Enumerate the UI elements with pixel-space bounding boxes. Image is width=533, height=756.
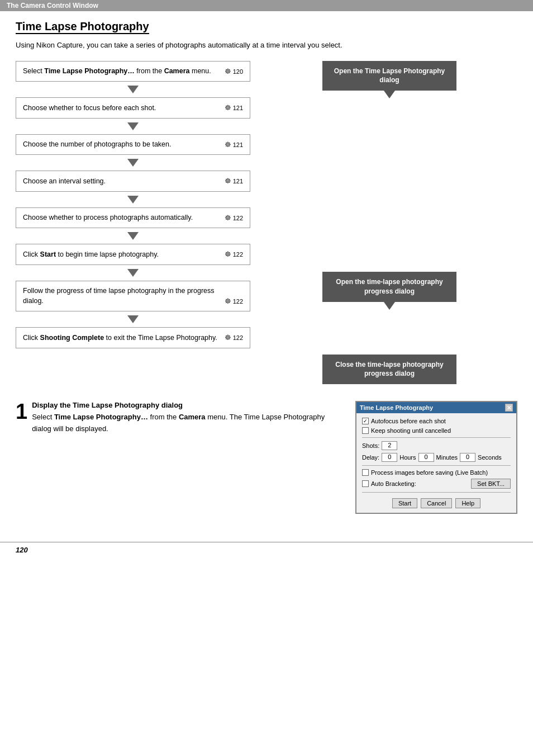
step8-ref: ☸ 122 (225, 332, 243, 343)
dialog-title: Time Lapse Photography (360, 404, 433, 411)
arrow-4 (16, 192, 250, 207)
step3-ref: ☸ 121 (225, 139, 243, 150)
auto-bracketing-label: Auto Bracketing: (371, 480, 416, 487)
step1-ref: ☸ 120 (225, 66, 243, 77)
dialog-titlebar: Time Lapse Photography ✕ (356, 402, 516, 413)
section-1-left: 1 Display the Time Lapse Photography dia… (16, 401, 339, 514)
start-button[interactable]: Start (392, 498, 417, 508)
step-text-4: Choose an interval setting. (23, 176, 220, 187)
separator-3 (362, 492, 511, 493)
down-arrow-1 (127, 86, 139, 93)
step2-ref: ☸ 121 (225, 102, 243, 114)
down-arrow-4 (127, 196, 139, 204)
down-arrow-7 (127, 315, 139, 323)
dialog-buttons: Start Cancel Help (362, 496, 511, 508)
shots-input[interactable]: 2 (382, 441, 397, 450)
delay-hours-input[interactable]: 0 (382, 453, 397, 462)
step8-bold: Shooting Complete (40, 334, 104, 342)
step-text-6: Click Start to begin time lapse photogra… (23, 249, 220, 260)
separator-1 (362, 437, 511, 438)
right-label-1: Open the Time Lapse Photography dialog (322, 61, 456, 91)
left-column: Select Time Lapse Photography… from the … (16, 61, 250, 385)
step4-ref: ☸ 121 (225, 176, 243, 187)
dialog-screenshot: Time Lapse Photography ✕ ✓ Autofocus bef… (355, 401, 517, 514)
keep-shooting-checkbox[interactable] (362, 427, 369, 434)
intro-text: Using Nikon Capture, you can take a seri… (16, 40, 517, 51)
dialog-close-button[interactable]: ✕ (505, 404, 513, 412)
step6-bold: Start (40, 251, 56, 258)
autofocus-checkbox[interactable]: ✓ (362, 418, 369, 424)
help-button[interactable]: Help (455, 498, 480, 508)
process-row: Process images before saving (Live Batch… (362, 469, 511, 476)
right-arrow-2 (384, 302, 395, 310)
step-box-7: Follow the progress of time lapse photog… (16, 281, 250, 312)
delay-seconds-input[interactable]: 0 (460, 453, 475, 462)
s1-bold1: Time Lapse Photography… (54, 413, 148, 421)
section-1-body: Display the Time Lapse Photography dialo… (32, 401, 339, 435)
dialog-body: ✓ Autofocus before each shot Keep shooti… (356, 413, 516, 513)
delay-row: Delay: 0 Hours 0 Minutes 0 Seconds (362, 453, 511, 462)
arrow-1 (16, 82, 250, 97)
step5-ref: ☸ 122 (225, 212, 243, 224)
step-box-6: Click Start to begin time lapse photogra… (16, 244, 250, 265)
step-text-8: Click Shooting Complete to exit the Time… (23, 333, 220, 343)
step-box-5: Choose whether to process photographs au… (16, 207, 250, 229)
step1-bold2: Camera (164, 67, 190, 75)
step-box-8: Click Shooting Complete to exit the Time… (16, 327, 250, 348)
step-box-3: Choose the number of photographs to be t… (16, 134, 250, 155)
diagram-area: Select Time Lapse Photography… from the … (16, 61, 517, 385)
step-text-5: Choose whether to process photographs au… (23, 212, 220, 223)
seconds-label: Seconds (478, 454, 502, 461)
auto-bracketing-row: Auto Bracketing: Set BKT... (362, 479, 511, 489)
down-arrow-2 (127, 122, 139, 130)
shots-row: Shots: 2 (362, 441, 511, 450)
step7-ref: ☸ 122 (225, 296, 243, 307)
step-box-4: Choose an interval setting. ☸ 121 (16, 171, 250, 192)
page-footer: 120 (0, 542, 533, 557)
down-arrow-5 (127, 232, 139, 240)
page-header: The Camera Control Window (0, 0, 533, 11)
step-box-1: Select Time Lapse Photography… from the … (16, 61, 250, 82)
right-label-2: Open the time-lapse photography progress… (322, 272, 456, 302)
keep-shooting-label: Keep shooting until cancelled (371, 427, 451, 434)
keep-shooting-row: Keep shooting until cancelled (362, 427, 511, 434)
section-1-title: Display the Time Lapse Photography dialo… (32, 401, 339, 409)
s1-bold2: Camera (179, 413, 206, 421)
step-text-1: Select Time Lapse Photography… from the … (23, 66, 220, 77)
autofocus-row: ✓ Autofocus before each shot (362, 418, 511, 424)
arrow-2 (16, 119, 250, 134)
hours-label: Hours (399, 454, 416, 461)
down-arrow-6 (127, 269, 139, 277)
process-label: Process images before saving (Live Batch… (371, 469, 488, 476)
arrow-3 (16, 155, 250, 171)
section-1: 1 Display the Time Lapse Photography dia… (16, 401, 517, 514)
set-bkt-button[interactable]: Set BKT... (471, 479, 511, 489)
autofocus-label: Autofocus before each shot (371, 418, 446, 424)
delay-minutes-input[interactable]: 0 (418, 453, 434, 462)
step6-ref: ☸ 122 (225, 249, 243, 260)
auto-bracketing-checkbox[interactable] (362, 480, 369, 487)
header-title: The Camera Control Window (7, 2, 98, 10)
step-box-2: Choose whether to focus before each shot… (16, 97, 250, 119)
step1-bold1: Time Lapse Photography… (44, 67, 135, 75)
right-label-3: Close the time-lapse photography progres… (322, 355, 456, 385)
step-text-2: Choose whether to focus before each shot… (23, 103, 220, 114)
arrow-7 (16, 311, 250, 327)
down-arrow-3 (127, 159, 139, 167)
right-arrow-1 (384, 91, 395, 98)
step-text-3: Choose the number of photographs to be t… (23, 139, 220, 150)
section-number: 1 (16, 401, 27, 422)
process-checkbox[interactable] (362, 469, 369, 476)
separator-2 (362, 465, 511, 466)
arrow-5 (16, 228, 250, 244)
step-text-7: Follow the progress of time lapse photog… (23, 286, 220, 307)
right-col-inner: Open the Time Lapse Photography dialog O… (322, 61, 456, 385)
cancel-button[interactable]: Cancel (421, 498, 452, 508)
arrow-6 (16, 265, 250, 281)
shots-label: Shots: (362, 442, 379, 449)
page-title: Time Lapse Photography (16, 20, 149, 34)
page-content: Time Lapse Photography Using Nikon Captu… (0, 11, 533, 542)
right-column: Open the Time Lapse Photography dialog O… (250, 61, 517, 385)
delay-label: Delay: (362, 454, 379, 461)
section-1-text: Select Time Lapse Photography… from the … (32, 412, 339, 435)
